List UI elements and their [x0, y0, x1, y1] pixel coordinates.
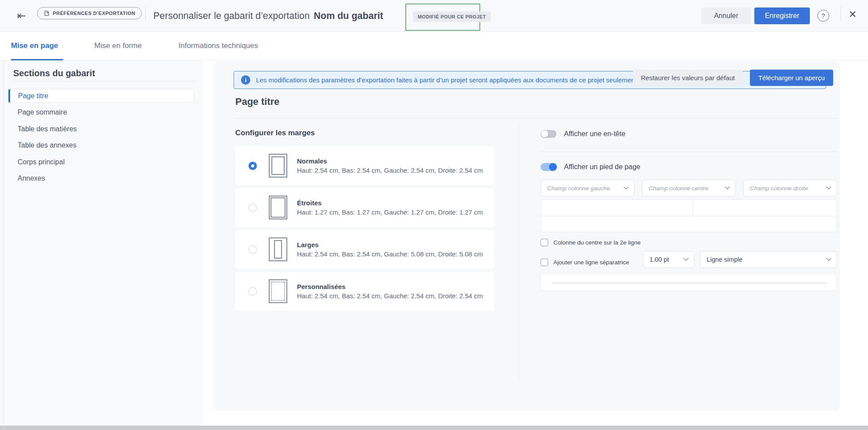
footer-toggle-row: Afficher un pied de page: [541, 163, 640, 171]
show-footer-label: Afficher un pied de page: [564, 163, 640, 171]
tab-mise-en-forme[interactable]: Mise en forme: [94, 32, 142, 60]
margin-option-description: Haut: 2.54 cm, Bas: 2.54 cm, Gauche: 5.0…: [297, 250, 483, 258]
separator-width-value: 1.00 pt: [649, 256, 669, 263]
header-toggle-row: Afficher une en-tête: [541, 130, 625, 138]
collapse-back-icon[interactable]: ⇤: [13, 8, 30, 24]
chevron-down-icon: [623, 185, 628, 189]
help-icon[interactable]: ?: [817, 10, 829, 22]
center-second-line-label: Colonne du centre sur la 2e ligne: [553, 239, 641, 246]
cancel-button[interactable]: Annuler: [701, 7, 751, 24]
tab-informations-techniques[interactable]: Informations techniques: [178, 32, 258, 60]
margin-option-description: Haut: 2.54 cm, Bas: 2.54 cm, Gauche: 2.5…: [297, 167, 483, 174]
save-button[interactable]: Enregistrer: [754, 7, 810, 24]
checkbox-unchecked-icon[interactable]: [541, 239, 548, 246]
dialog-title-text: Personnaliser le gabarit d’exportation: [153, 11, 310, 22]
chevron-down-icon: [826, 185, 831, 189]
sidebar-divider: [13, 81, 196, 82]
margins-custom-icon: [269, 279, 287, 303]
column-divider: [519, 123, 519, 380]
radio-unchecked-icon[interactable]: [249, 245, 257, 254]
toggle-knob: [549, 163, 557, 171]
margin-option-etroites[interactable]: Étroites Haut: 1.27 cm, Bas: 1.27 cm, Ga…: [235, 188, 494, 227]
sidebar-title: Sections du gabarit: [13, 68, 95, 78]
sidebar-item-table-des-annexes[interactable]: Table des annexes: [0, 139, 203, 152]
margin-option-description: Haut: 1.27 cm, Bas: 1.27 cm, Gauche: 1.2…: [297, 208, 483, 216]
margins-heading: Configurer les marges: [235, 129, 315, 137]
footer-preview-table: [541, 199, 837, 232]
separator-line: [552, 283, 826, 283]
dialog-header: ⇤ PRÉFÉRENCES D’EXPORTATION Personnalise…: [0, 0, 868, 32]
info-icon: i: [241, 75, 250, 85]
info-banner-text: Les modifications des paramètres d’expor…: [256, 76, 638, 84]
margins-narrow-icon: [269, 196, 287, 219]
active-tab-underline: [11, 59, 63, 60]
window-left-edge: [4, 0, 4, 430]
chevron-down-icon: [683, 256, 688, 261]
chevron-down-icon: [826, 256, 831, 261]
sidebar-item-corps-principal[interactable]: Corps principal: [0, 155, 203, 169]
toggle-knob: [541, 130, 548, 137]
radio-unchecked-icon[interactable]: [249, 287, 257, 296]
export-document-icon: [44, 10, 50, 16]
separator-style-value: Ligne simple: [707, 256, 742, 263]
select-placeholder: Champ colonne gauche: [547, 185, 610, 192]
tab-mise-en-page[interactable]: Mise en page: [11, 32, 58, 60]
margins-normal-icon: [269, 154, 287, 178]
sidebar-item-annexes[interactable]: Annexes: [0, 172, 203, 185]
chevron-down-icon: [725, 185, 730, 189]
restore-defaults-button[interactable]: Restaurer les valeurs par défaut: [633, 70, 742, 86]
separator-line-preview: [541, 274, 837, 291]
export-preferences-badge[interactable]: PRÉFÉRENCES D’EXPORTATION: [37, 7, 142, 19]
select-placeholder: Champ colonne centre: [649, 185, 708, 192]
page-title: Personnaliser le gabarit d’exportation N…: [153, 0, 383, 32]
settings-panel: i Les modifications des paramètres d’exp…: [215, 62, 840, 411]
template-name: Nom du gabarit: [314, 11, 383, 22]
window-bottom-edge: [0, 426, 868, 430]
add-separator-option[interactable]: Ajouter une ligne séparatrice: [541, 259, 629, 266]
footer-preview-column-divider: [693, 200, 693, 216]
sidebar-item-table-des-matieres[interactable]: Table des matières: [0, 122, 203, 136]
header-divider: [145, 6, 146, 20]
sidebar-item-page-sommaire[interactable]: Page sommaire: [0, 106, 203, 119]
close-icon[interactable]: ✕: [849, 9, 857, 20]
margin-option-name: Étroites: [297, 199, 483, 207]
sidebar-item-list: Page titre Page sommaire Table des matiè…: [0, 88, 203, 188]
margin-option-larges[interactable]: Larges Haut: 2.54 cm, Bas: 2.54 cm, Gauc…: [235, 230, 494, 269]
footer-preview-row-divider: [541, 216, 837, 216]
section-heading: Page titre: [235, 96, 279, 108]
modified-for-project-badge: MODIFIÉ POUR CE PROJET: [413, 11, 491, 22]
radio-checked-icon[interactable]: [249, 162, 257, 170]
footer-right-column-select[interactable]: Champ colonne droite: [743, 180, 837, 196]
show-header-toggle[interactable]: [541, 130, 556, 138]
sidebar-item-page-titre[interactable]: Page titre: [8, 89, 194, 103]
right-column-divider: [540, 152, 837, 152]
header-divider: [841, 7, 841, 21]
margin-option-name: Normales: [297, 157, 483, 165]
add-separator-label: Ajouter une ligne séparatrice: [553, 259, 629, 266]
separator-width-select[interactable]: 1.00 pt: [643, 251, 694, 268]
margin-option-normales[interactable]: Normales Haut: 2.54 cm, Bas: 2.54 cm, Ga…: [235, 146, 494, 185]
margin-option-name: Larges: [297, 241, 483, 248]
checkbox-unchecked-icon[interactable]: [541, 259, 548, 266]
margin-option-name: Personnalisées: [297, 283, 483, 290]
download-preview-button[interactable]: Télécharger un aperçu: [750, 70, 833, 86]
export-preferences-label: PRÉFÉRENCES D’EXPORTATION: [53, 11, 135, 16]
center-second-line-option[interactable]: Colonne du centre sur la 2e ligne: [541, 239, 641, 246]
margin-option-description: Haut: 2.54 cm, Bas: 2.54 cm, Gauche: 2.5…: [297, 292, 483, 300]
template-sections-sidebar: Sections du gabarit Page titre Page somm…: [0, 60, 203, 426]
margin-option-personnalisees[interactable]: Personnalisées Haut: 2.54 cm, Bas: 2.54 …: [235, 272, 494, 311]
tab-bar: Mise en page Mise en forme Informations …: [0, 32, 868, 60]
margins-wide-icon: [269, 237, 287, 261]
separator-style-select[interactable]: Ligne simple: [700, 251, 837, 268]
select-placeholder: Champ colonne droite: [750, 185, 808, 192]
show-footer-toggle[interactable]: [541, 163, 556, 171]
export-template-dialog: ⇤ PRÉFÉRENCES D’EXPORTATION Personnalise…: [0, 0, 868, 430]
footer-left-column-select[interactable]: Champ colonne gauche: [541, 180, 634, 196]
section-divider: [235, 118, 837, 119]
radio-unchecked-icon[interactable]: [249, 204, 257, 212]
footer-center-column-select[interactable]: Champ colonne centre: [642, 180, 736, 196]
margin-options-list: Normales Haut: 2.54 cm, Bas: 2.54 cm, Ga…: [235, 146, 494, 314]
show-header-label: Afficher une en-tête: [564, 130, 625, 138]
